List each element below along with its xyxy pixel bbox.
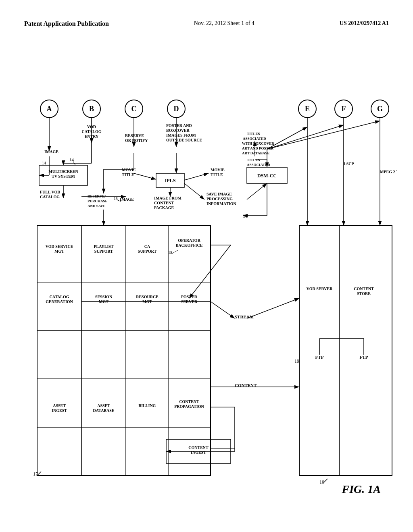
publication-title: Patent Application Publication <box>24 20 109 27</box>
svg-line-135 <box>267 121 380 149</box>
svg-text:MOVIE: MOVIE <box>211 168 225 172</box>
svg-text:19: 19 <box>294 358 299 364</box>
svg-text:14: 14 <box>42 161 46 165</box>
diagram-container: A B C D E F G VOD CATALOG ENTRY <box>16 56 397 500</box>
svg-text:STORE: STORE <box>357 291 371 296</box>
svg-line-130 <box>184 183 204 200</box>
svg-line-126 <box>134 173 156 179</box>
svg-text:PROPAGATION: PROPAGATION <box>174 404 204 409</box>
svg-text:CONTENT: CONTENT <box>179 399 199 404</box>
svg-rect-87 <box>299 226 392 476</box>
svg-text:BACKOFFICE: BACKOFFICE <box>176 243 203 247</box>
svg-text:PLAYLIST: PLAYLIST <box>94 244 113 249</box>
svg-text:ASSET: ASSET <box>97 403 110 408</box>
svg-line-129 <box>184 173 209 180</box>
svg-text:ASSOCIATED: ASSOCIATED <box>243 137 266 141</box>
svg-text:10: 10 <box>319 479 324 485</box>
svg-text:RESERVE: RESERVE <box>125 133 144 138</box>
svg-text:C: C <box>131 105 137 113</box>
svg-text:MULTISCREEN: MULTISCREEN <box>48 169 78 174</box>
svg-text:TITLES: TITLES <box>247 158 260 162</box>
svg-text:IMAGES FROM: IMAGES FROM <box>166 133 196 137</box>
svg-line-131 <box>247 183 267 200</box>
svg-text:CONTENT: CONTENT <box>354 287 374 291</box>
page-header: Patent Application Publication Nov. 22, … <box>24 20 389 27</box>
svg-text:INFORMATION: INFORMATION <box>206 202 236 206</box>
svg-text:CA: CA <box>144 244 150 249</box>
svg-text:B: B <box>89 105 94 113</box>
page: Patent Application Publication Nov. 22, … <box>0 0 413 532</box>
svg-text:PURCHASE: PURCHASE <box>88 199 108 203</box>
svg-line-146 <box>189 245 231 298</box>
svg-text:POSTER: POSTER <box>181 295 198 299</box>
svg-text:OR NOTIFY: OR NOTIFY <box>125 138 148 143</box>
svg-text:WITH BOXCOVER: WITH BOXCOVER <box>242 141 274 145</box>
svg-line-140 <box>247 298 299 318</box>
svg-text:INGEST: INGEST <box>191 450 206 455</box>
svg-text:TITLE: TITLE <box>211 172 223 177</box>
svg-text:POSTER AND: POSTER AND <box>166 123 192 128</box>
svg-line-52 <box>38 472 41 475</box>
svg-line-158 <box>73 160 75 165</box>
svg-text:FULL VOD: FULL VOD <box>40 190 60 194</box>
svg-text:SUPPORT: SUPPORT <box>94 249 113 254</box>
svg-text:RESERVE/: RESERVE/ <box>88 194 106 198</box>
svg-text:CONTENT: CONTENT <box>188 445 209 450</box>
svg-text:RESOURCE: RESOURCE <box>136 295 159 299</box>
svg-text:G: G <box>377 105 383 113</box>
svg-text:CONTENT: CONTENT <box>154 201 174 205</box>
svg-text:A: A <box>47 105 52 113</box>
svg-rect-50 <box>37 226 211 476</box>
svg-text:IMAGE: IMAGE <box>44 150 58 154</box>
svg-text:TV SYSTEM: TV SYSTEM <box>52 174 75 179</box>
svg-text:MPEG 2 TS: MPEG 2 TS <box>380 170 397 174</box>
svg-line-134 <box>267 125 344 149</box>
svg-text:INGEST: INGEST <box>52 408 67 413</box>
svg-line-160 <box>171 250 178 254</box>
svg-text:PROCESSING: PROCESSING <box>206 197 233 201</box>
svg-text:16: 16 <box>243 213 248 219</box>
system-diagram: A B C D E F G VOD CATALOG ENTRY <box>16 56 397 500</box>
svg-text:E: E <box>305 105 310 113</box>
publication-number: US 2012/0297412 A1 <box>340 20 389 27</box>
svg-text:LSCP: LSCP <box>344 162 354 166</box>
svg-text:DATABASE: DATABASE <box>93 408 115 413</box>
svg-text:18: 18 <box>168 250 172 255</box>
svg-text:SAVE IMAGE: SAVE IMAGE <box>206 192 232 196</box>
svg-text:ART DATABASE: ART DATABASE <box>242 151 269 155</box>
svg-text:D: D <box>174 105 179 113</box>
svg-text:IMAGE: IMAGE <box>120 197 134 202</box>
svg-text:SUPPORT: SUPPORT <box>138 249 157 254</box>
svg-text:VOD SERVER: VOD SERVER <box>307 287 333 291</box>
svg-text:TITLES: TITLES <box>247 132 260 136</box>
svg-text:F: F <box>342 105 346 113</box>
svg-text:SESSION: SESSION <box>95 295 113 299</box>
svg-text:BOXCOVER: BOXCOVER <box>166 128 190 133</box>
svg-text:ASSET: ASSET <box>53 403 66 408</box>
svg-text:OUTSIDE SOURCE: OUTSIDE SOURCE <box>166 138 202 142</box>
svg-text:CATALOG: CATALOG <box>40 195 60 199</box>
figure-label: FIG. 1A <box>342 483 381 496</box>
svg-text:17: 17 <box>33 471 38 477</box>
svg-text:CATALOG: CATALOG <box>49 295 69 299</box>
svg-text:TITLE: TITLE <box>122 172 134 177</box>
svg-line-139 <box>211 301 235 318</box>
svg-text:IMAGE FROM: IMAGE FROM <box>154 196 182 200</box>
svg-text:MGT: MGT <box>54 249 64 254</box>
svg-text:PACKAGE: PACKAGE <box>154 206 174 210</box>
svg-text:AND SAVE: AND SAVE <box>88 204 106 208</box>
svg-text:FTP: FTP <box>360 355 368 360</box>
svg-text:FTP: FTP <box>315 355 324 360</box>
svg-text:GENERATION: GENERATION <box>46 299 73 304</box>
svg-text:OPERATOR: OPERATOR <box>178 238 201 243</box>
svg-text:IPLS: IPLS <box>165 178 176 183</box>
publication-date: Nov. 22, 2012 Sheet 1 of 4 <box>194 20 254 27</box>
svg-text:DSM-CC: DSM-CC <box>257 173 277 179</box>
svg-text:BILLING: BILLING <box>139 403 156 408</box>
svg-text:VOD SERVICE: VOD SERVICE <box>46 244 73 249</box>
